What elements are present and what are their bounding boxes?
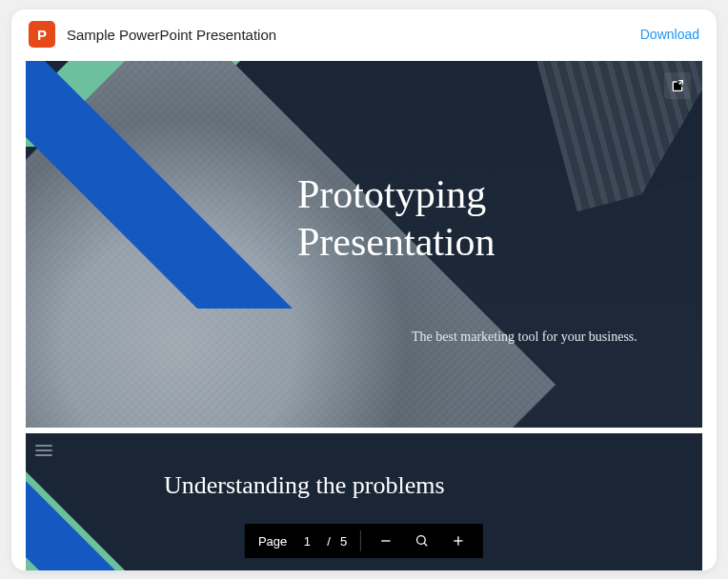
slide-1-title: Prototyping Presentation: [297, 170, 495, 267]
presentation-preview-card: P Sample PowerPoint Presentation Downloa…: [11, 10, 717, 570]
download-link[interactable]: Download: [640, 27, 699, 42]
total-pages: 5: [340, 534, 347, 549]
app-glyph: P: [37, 27, 47, 43]
page-indicator: Page / 5: [245, 524, 360, 558]
svg-point-1: [417, 536, 426, 545]
slide-2-title: Understanding the problems: [164, 471, 445, 500]
zoom-controls: [361, 524, 483, 558]
document-title: Sample PowerPoint Presentation: [67, 27, 629, 43]
plus-icon: [451, 533, 466, 549]
expand-button[interactable]: [664, 72, 691, 99]
slide-viewer: Prototyping Presentation The best market…: [26, 61, 702, 570]
current-page-input[interactable]: [296, 534, 317, 549]
slide-1: Prototyping Presentation The best market…: [26, 61, 702, 428]
minus-icon: [378, 533, 394, 549]
page-controls: Page / 5: [245, 524, 483, 558]
magnifier-icon: [415, 533, 430, 549]
header: P Sample PowerPoint Presentation Downloa…: [11, 10, 717, 61]
menu-icon[interactable]: [31, 441, 56, 460]
page-label: Page: [258, 534, 287, 549]
slide-1-subtitle: The best marketing tool for your busines…: [412, 329, 637, 345]
slide-1-title-line-1: Prototyping: [297, 172, 486, 216]
page-separator: /: [327, 534, 331, 549]
zoom-in-button[interactable]: [447, 529, 470, 552]
zoom-reset-button[interactable]: [411, 529, 434, 552]
svg-line-2: [424, 543, 427, 546]
powerpoint-icon: P: [29, 21, 55, 48]
slide-1-title-line-2: Presentation: [297, 220, 495, 264]
zoom-out-button[interactable]: [374, 529, 397, 552]
open-in-new-icon: [670, 78, 685, 93]
